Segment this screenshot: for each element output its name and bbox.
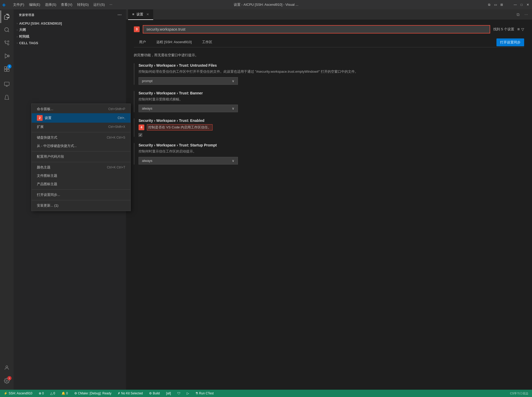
menu-view[interactable]: 查看(V) (59, 1, 74, 8)
settings-tab-user[interactable]: 用户 (134, 38, 151, 47)
status-errors[interactable]: ⊗ 0 (37, 390, 45, 397)
funnel-icon[interactable]: ▽ (521, 27, 524, 31)
sidebar-title: 资源管理器 ··· (14, 9, 126, 19)
status-shield[interactable]: 🛡 (176, 390, 182, 397)
remote-activity-btn[interactable] (1, 78, 13, 90)
menu-select[interactable]: 选择(S) (43, 1, 58, 8)
settings-entry-title: Security › Workspace › Trust: Enabled (139, 118, 524, 123)
status-warnings[interactable]: △ 0 (49, 390, 57, 397)
status-build[interactable]: ⚙ Build (147, 390, 161, 397)
dropdown-chevron-icon: ∨ (232, 159, 234, 163)
flask-activity-btn[interactable] (1, 91, 13, 104)
search-input-wrapper (143, 25, 490, 33)
dropdown-chevron-icon: ∨ (232, 79, 234, 83)
sidebar-more-btn[interactable]: ··· (118, 13, 122, 17)
menu-item-sync[interactable]: 打开设置同步... (32, 191, 130, 199)
menu-more[interactable]: ··· (107, 1, 115, 8)
settings-dropdown-banner[interactable]: always ∨ (139, 105, 238, 112)
menu-item-update[interactable]: 安装更新... (1) (32, 201, 130, 210)
svg-rect-13 (4, 82, 9, 86)
more-actions-btn[interactable]: ··· (523, 11, 530, 18)
settings-dropdown-startup[interactable]: always ∨ (139, 157, 238, 165)
menu-item-snippets[interactable]: 配置用户代码片段 (32, 152, 130, 161)
menu-item-product-icon-theme[interactable]: 产品图标主题 (32, 180, 130, 188)
open-settings-sync-btn[interactable]: 打开设置同步 (496, 38, 524, 46)
settings-panel: ≡ 设置 ✕ ⧉ ··· 3 找到 5 个设置 ≡ (126, 9, 532, 390)
menu-item-color-theme[interactable]: 颜色主题 Ctrl+K Ctrl+T (32, 163, 130, 172)
window-title: 设置 - AICPU [SSH: Ascend910] - Visual ... (234, 2, 299, 7)
status-play[interactable]: ▷ (185, 390, 191, 397)
arrow-icon: › (17, 29, 18, 31)
sidebar-item-celltags[interactable]: › CELL TAGS (14, 40, 126, 46)
menu-item-file-icon-theme[interactable]: 文件图标主题 (32, 172, 130, 180)
kit-icon: ✗ No Kit Selected (118, 392, 143, 395)
status-bracket[interactable]: [all] (164, 390, 173, 397)
sidebar-section: › AICPU [SSH: ASCEND910] › 大纲 › 时间线 › CE… (14, 19, 126, 47)
extensions-activity-btn[interactable]: 2 (1, 63, 13, 75)
bracket-icon: [all] (166, 392, 171, 395)
search-activity-btn[interactable] (1, 24, 13, 36)
vscode-logo: ◈ (2, 2, 6, 8)
flask-icon: ⚗ Run CTest (195, 392, 214, 395)
sidebar-item-timeline[interactable]: › 时间线 (14, 33, 126, 40)
minimize-btn[interactable]: — (513, 3, 517, 7)
play-icon: ▷ (187, 392, 189, 395)
split-editor-btn[interactable]: ⧉ (514, 11, 522, 18)
menu-item-keyboard[interactable]: 键盘快捷方式 Ctrl+K Ctrl+S (32, 133, 130, 142)
settings-tab-remote[interactable]: 远程 [SSH: Ascend910] (151, 38, 197, 47)
settings-tab-item[interactable]: ≡ 设置 ✕ (128, 9, 153, 20)
enabled-checkbox[interactable] (139, 133, 142, 137)
toggle-panel-btn[interactable]: ▭ (493, 3, 497, 7)
settings-search-input[interactable] (143, 25, 490, 33)
layout-btn[interactable]: ⊞ (500, 3, 504, 7)
cmake-icon: ⚙ CMake: [Debug]: Ready (74, 392, 111, 395)
filter-icon[interactable]: ≡ (517, 27, 520, 32)
arrow-icon: › (17, 42, 18, 44)
settings-entry-enabled: Security › Workspace › Trust: Enabled 4 … (134, 118, 524, 137)
menu-file[interactable]: 文件(F) (11, 1, 26, 8)
menu-item-migrate-keybindings[interactable]: 从 - 中迁移键盘快捷方式... (32, 142, 130, 150)
context-menu: 命令面板... Ctrl+Shift+P 2 设置 Ctrl+, 扩展 Ctrl… (31, 104, 131, 211)
search-icons: ≡ ▽ (517, 27, 524, 32)
settings-gear-btn[interactable]: 1 (1, 375, 13, 387)
error-icon: ⊗ 0 (39, 392, 44, 395)
status-notifications[interactable]: 🔔 0 (60, 390, 70, 397)
menu-divider (32, 132, 130, 132)
status-ssh[interactable]: ⚡ SSH: Ascend910 (2, 390, 34, 397)
menu-divider (32, 162, 130, 162)
status-ctest[interactable]: ⚗ Run CTest (194, 390, 215, 397)
menu-run[interactable]: 运行(S) (91, 1, 107, 8)
settings-entry-title: Security › Workspace › Trust: Banner (139, 91, 524, 95)
status-kit[interactable]: ✗ No Kit Selected (116, 390, 144, 397)
menu-item-settings[interactable]: 2 设置 Ctrl+, (32, 113, 130, 123)
step-2-badge: 2 (37, 115, 43, 121)
status-bar: ⚡ SSH: Ascend910 ⊗ 0 △ 0 🔔 0 ⚙ CMake: [D… (0, 390, 532, 397)
settings-tab-workspace[interactable]: 工作区 (197, 38, 218, 47)
settings-entry-desc: 控制何时显示信任工作区的启动提示。 (139, 149, 524, 154)
settings-tab-close[interactable]: ✕ (146, 13, 149, 16)
settings-tab-icon: ≡ (132, 12, 134, 16)
svg-point-0 (5, 28, 9, 32)
status-cmake[interactable]: ⚙ CMake: [Debug]: Ready (73, 390, 113, 397)
sidebar-item-aicpu[interactable]: › AICPU [SSH: ASCEND910] (14, 20, 126, 26)
account-activity-btn[interactable] (1, 361, 13, 374)
split-editor-btn[interactable]: ⧉ (487, 3, 491, 7)
close-btn[interactable]: ✕ (526, 3, 530, 7)
menu-goto[interactable]: 转到(G) (75, 1, 91, 8)
arrow-icon: › (17, 22, 18, 25)
step-3-badge: 3 (134, 26, 140, 32)
run-debug-activity-btn[interactable] (1, 50, 13, 62)
settings-entry-desc: 控制何时显示受限模式横幅。 (139, 97, 524, 102)
menu-edit[interactable]: 编辑(E) (27, 1, 42, 8)
maximize-btn[interactable]: □ (519, 3, 524, 7)
sidebar-item-label: 时间线 (19, 34, 29, 39)
window-controls: ⧉ ▭ ⊞ — □ ✕ (487, 3, 530, 7)
source-control-activity-btn[interactable] (1, 37, 13, 49)
settings-entry-title: Security › Workspace › Trust: Untrusted … (139, 63, 524, 67)
settings-dropdown-untrusted[interactable]: prompt ∨ (139, 77, 238, 85)
menu-item-extensions[interactable]: 扩展 Ctrl+Shift+X (32, 123, 130, 131)
explorer-activity-btn[interactable] (1, 10, 13, 23)
sidebar-item-outline[interactable]: › 大纲 (14, 26, 126, 33)
sidebar-item-label: 大纲 (19, 27, 26, 32)
menu-item-command-palette[interactable]: 命令面板... Ctrl+Shift+P (32, 105, 130, 113)
